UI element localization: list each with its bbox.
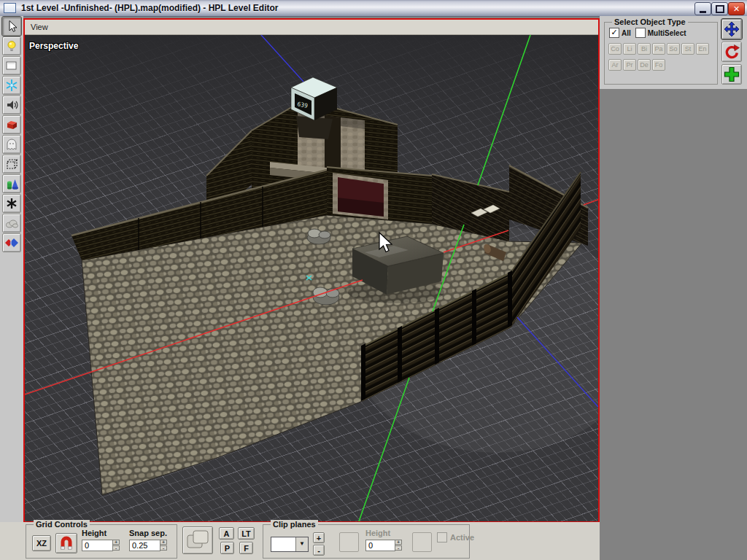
clip-active-checkbox[interactable]: [437, 532, 447, 542]
grid-plane-button[interactable]: XZ: [32, 535, 51, 551]
all-label: All: [622, 29, 631, 37]
multiselect-label: MultiSelect: [648, 29, 686, 37]
scale-icon: [724, 66, 740, 82]
height-label: Height: [82, 529, 107, 537]
clip-axis-button[interactable]: [412, 532, 432, 552]
clip-spin-up[interactable]: +: [395, 540, 402, 545]
static-object-tool-button[interactable]: [2, 115, 21, 134]
combine-tool-button[interactable]: [2, 233, 21, 252]
app-icon: [4, 3, 16, 13]
entity-tool-button[interactable]: [2, 135, 21, 154]
wall-front-door: [327, 167, 432, 224]
speaker-icon: [4, 98, 19, 112]
tool-palette: [0, 16, 23, 522]
light-tool-button[interactable]: [2, 36, 21, 55]
viewport-menubar: View: [25, 20, 598, 35]
window-title: 1st Level -Unfinished- (HPL).map(modifie…: [21, 3, 278, 13]
view-menu[interactable]: View: [31, 23, 48, 31]
bottom-control-bar: Grid Controls XZ Height + - Snap sep. + …: [0, 522, 600, 560]
type-button-sound[interactable]: So: [667, 43, 680, 55]
perspective-viewport: View: [23, 18, 600, 522]
billboard-tool-button[interactable]: [2, 56, 21, 75]
minimize-icon: [700, 11, 706, 13]
snap-sep-input[interactable]: [129, 540, 160, 551]
select-tool-button[interactable]: [2, 17, 21, 36]
clip-height-label: Height: [365, 529, 390, 537]
billboard-icon: [4, 58, 19, 73]
sound-tool-button[interactable]: [2, 96, 21, 114]
duplicate-button[interactable]: [182, 526, 213, 554]
remove-clip-plane-button[interactable]: -: [313, 545, 325, 556]
lightbulb-icon: [4, 39, 19, 53]
maximize-icon: [716, 5, 724, 13]
area-cube-icon: [4, 157, 19, 171]
f-button[interactable]: F: [239, 542, 253, 554]
clip-planes-group: Clip planes ▼ + - Height + - Active: [263, 524, 470, 559]
close-icon: ✕: [733, 4, 740, 14]
type-button-entity[interactable]: En: [696, 43, 709, 55]
primitive-tool-button[interactable]: [2, 174, 21, 193]
height-spin-down[interactable]: -: [112, 545, 120, 551]
type-button-decal[interactable]: De: [638, 59, 651, 71]
area-tool-button[interactable]: [2, 155, 21, 174]
title-bar: 1st Level -Unfinished- (HPL).map(modifie…: [0, 0, 747, 17]
clip-plane-select[interactable]: ▼: [271, 537, 309, 552]
group-title: Clip planes: [271, 520, 318, 529]
particle-icon: [4, 78, 19, 93]
maximize-button[interactable]: [711, 2, 728, 15]
type-button-fog[interactable]: Fo: [652, 59, 665, 71]
multiselect-checkbox[interactable]: [635, 28, 646, 38]
snap-spin-up[interactable]: +: [160, 540, 167, 545]
type-button-container[interactable]: Co: [608, 43, 622, 55]
minimize-button[interactable]: [694, 2, 711, 15]
all-checkbox[interactable]: ✓: [609, 28, 619, 38]
translate-icon: [724, 21, 740, 37]
ghost-icon: [4, 137, 19, 152]
right-panel-body: [600, 89, 747, 560]
scene-canvas[interactable]: 639: [25, 35, 598, 521]
select-object-type-group: Select Object Type ✓ All MultiSelect Co …: [604, 22, 718, 85]
duplicate-icon: [185, 528, 211, 551]
lt-button[interactable]: LT: [238, 527, 255, 540]
type-button-area[interactable]: Ar: [608, 59, 622, 71]
axis-a-button[interactable]: A: [219, 527, 234, 540]
snap-toggle-button[interactable]: [55, 533, 77, 553]
fog-area-tool-button[interactable]: [2, 214, 21, 233]
type-button-particle[interactable]: Pa: [652, 43, 665, 55]
cloud-icon: [4, 216, 19, 230]
particle-tool-button[interactable]: [2, 76, 21, 95]
close-button[interactable]: ✕: [728, 2, 745, 15]
clip-spin-down[interactable]: -: [395, 545, 402, 551]
rock-back: [307, 229, 330, 244]
grid-controls-group: Grid Controls XZ Height + - Snap sep. + …: [26, 524, 177, 559]
add-clip-plane-button[interactable]: +: [313, 532, 325, 543]
clip-plane-value: [271, 537, 295, 551]
type-button-billboard[interactable]: Bi: [638, 43, 651, 55]
decal-tool-button[interactable]: [2, 194, 21, 213]
grid-height-input[interactable]: [82, 540, 113, 551]
type-button-primitive[interactable]: Pr: [623, 59, 636, 71]
object-type-panel: Select Object Type ✓ All MultiSelect Co …: [600, 16, 747, 89]
axis-p-button[interactable]: P: [220, 542, 234, 554]
level-scene: 639: [25, 35, 598, 521]
type-button-static[interactable]: St: [681, 43, 694, 55]
primitives-icon: [4, 176, 19, 191]
cursor-icon: [4, 19, 19, 34]
dropdown-arrow-icon: ▼: [295, 537, 308, 551]
group-title: Grid Controls: [34, 520, 90, 529]
translate-mode-button[interactable]: [721, 19, 742, 39]
height-spin-up[interactable]: +: [112, 540, 120, 545]
clip-height-input[interactable]: [365, 540, 395, 551]
type-button-light[interactable]: Li: [623, 43, 636, 55]
scale-mode-button[interactable]: [721, 64, 742, 85]
combine-icon: [4, 236, 19, 250]
rotate-icon: [724, 44, 740, 60]
group-title: Select Object Type: [612, 18, 688, 26]
clip-side-button[interactable]: [339, 532, 359, 552]
projection-label: Perspective: [29, 41, 78, 51]
snap-spin-down[interactable]: -: [160, 545, 167, 551]
brick-icon: [4, 117, 19, 132]
clip-active-label: Active: [450, 533, 474, 542]
rotate-mode-button[interactable]: [721, 42, 742, 62]
asterisk-icon: [4, 196, 19, 211]
